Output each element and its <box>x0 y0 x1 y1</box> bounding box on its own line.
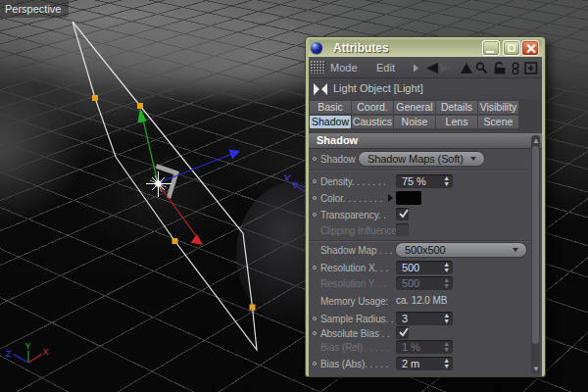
svg-text:X: X <box>43 347 49 357</box>
svg-text:Z: Z <box>6 349 12 359</box>
svg-text:Y: Y <box>25 341 31 351</box>
